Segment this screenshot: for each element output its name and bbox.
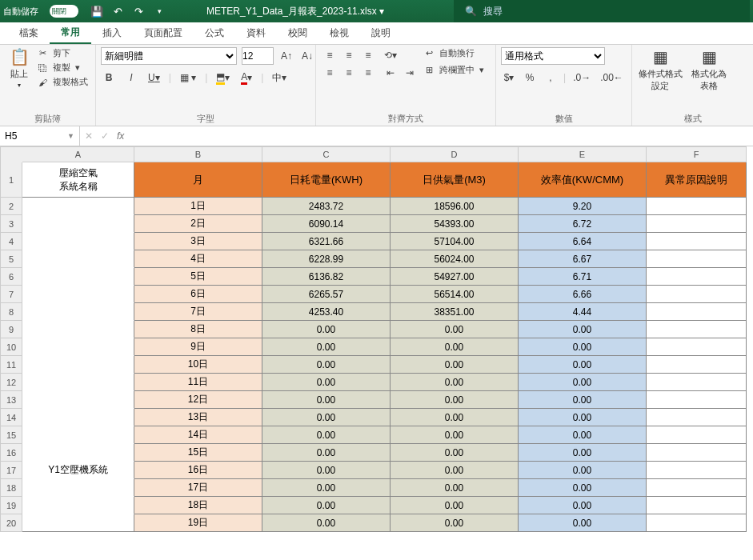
cell-A5[interactable]	[22, 250, 134, 268]
wrap-text-button[interactable]: ↩自動換行	[423, 47, 484, 59]
row-header-11[interactable]: 11	[0, 356, 22, 374]
row-header-9[interactable]: 9	[0, 321, 22, 338]
cell-A19[interactable]	[22, 497, 134, 514]
align-middle-icon[interactable]: ≡	[340, 47, 358, 63]
cell-C4[interactable]: 6321.66	[262, 233, 391, 250]
cell-F4[interactable]	[647, 233, 747, 250]
cell-A15[interactable]	[22, 426, 134, 444]
autosave-toggle[interactable]: 關閉	[50, 5, 78, 18]
cell-D2[interactable]: 18596.00	[391, 198, 519, 215]
cell-B6[interactable]: 5日	[134, 268, 262, 286]
cell-C9[interactable]: 0.00	[262, 321, 391, 338]
cell-A13[interactable]	[22, 391, 134, 409]
cell-C18[interactable]: 0.00	[262, 479, 391, 497]
fill-color-button[interactable]: ⬒ ▾	[214, 70, 232, 86]
cell-F8[interactable]	[647, 303, 747, 321]
inc-decimal-button[interactable]: .0→	[571, 70, 593, 86]
cell-A3[interactable]	[22, 215, 134, 233]
merge-button[interactable]: ⊞跨欄置中 ▾	[423, 64, 484, 76]
cell-F19[interactable]	[647, 497, 747, 514]
cell-B19[interactable]: 18日	[134, 497, 262, 514]
tab-formula[interactable]: 公式	[194, 22, 235, 44]
cell-D17[interactable]: 0.00	[391, 462, 519, 479]
cell-D19[interactable]: 0.00	[391, 497, 519, 514]
cell-C15[interactable]: 0.00	[262, 426, 391, 444]
undo-icon[interactable]: ↶	[110, 4, 125, 18]
cell-F6[interactable]	[647, 268, 747, 286]
cell-F10[interactable]	[647, 338, 747, 356]
cell-A18[interactable]	[22, 479, 134, 497]
cell-F5[interactable]	[647, 250, 747, 268]
cell-F18[interactable]	[647, 479, 747, 497]
header-cell-B[interactable]: 月	[134, 162, 262, 198]
dec-decimal-button[interactable]: .00←	[598, 70, 626, 86]
cell-F3[interactable]	[647, 215, 747, 233]
indent-dec-icon[interactable]: ⇤	[382, 65, 399, 81]
cancel-icon[interactable]: ✕	[85, 130, 93, 142]
search-box[interactable]: 🔍 搜尋	[454, 0, 750, 22]
cell-B13[interactable]: 12日	[134, 391, 262, 409]
cell-C16[interactable]: 0.00	[262, 444, 391, 462]
conditional-format-button[interactable]: ▦ 條件式格式設定	[637, 47, 683, 92]
select-all-corner[interactable]	[0, 146, 22, 162]
row-header-6[interactable]: 6	[0, 268, 22, 286]
cell-B11[interactable]: 10日	[134, 356, 262, 374]
row-header-16[interactable]: 16	[0, 444, 22, 462]
cell-B5[interactable]: 4日	[134, 250, 262, 268]
cell-C7[interactable]: 6265.57	[262, 286, 391, 303]
row-header-3[interactable]: 3	[0, 215, 22, 233]
format-painter-button[interactable]: 🖌複製格式	[37, 76, 88, 88]
cell-A7[interactable]	[22, 286, 134, 303]
cell-C3[interactable]: 6090.14	[262, 215, 391, 233]
tab-help[interactable]: 說明	[360, 22, 402, 44]
cell-B12[interactable]: 11日	[134, 374, 262, 391]
cell-C12[interactable]: 0.00	[262, 374, 391, 391]
cell-D5[interactable]: 56024.00	[391, 250, 519, 268]
row-header-4[interactable]: 4	[0, 233, 22, 250]
cell-F12[interactable]	[647, 374, 747, 391]
cell-E3[interactable]: 6.72	[519, 215, 647, 233]
cell-A2[interactable]	[22, 198, 134, 215]
cell-E6[interactable]: 6.71	[519, 268, 647, 286]
cell-D9[interactable]: 0.00	[391, 321, 519, 338]
cell-D14[interactable]: 0.00	[391, 409, 519, 426]
formula-input[interactable]	[132, 126, 748, 146]
align-right-icon[interactable]: ≡	[359, 65, 377, 81]
qat-dropdown-icon[interactable]: ▾	[152, 4, 166, 18]
cell-B9[interactable]: 8日	[134, 321, 262, 338]
cell-B16[interactable]: 15日	[134, 444, 262, 462]
paste-button[interactable]: 📋 貼上 ▾	[5, 47, 34, 89]
cell-C19[interactable]: 0.00	[262, 497, 391, 514]
cell-A14[interactable]	[22, 409, 134, 426]
cell-A16[interactable]	[22, 444, 134, 462]
row-header-14[interactable]: 14	[0, 409, 22, 426]
cell-F2[interactable]	[647, 198, 747, 215]
cell-E2[interactable]: 9.20	[519, 198, 647, 215]
tab-file[interactable]: 檔案	[8, 22, 50, 44]
cell-C5[interactable]: 6228.99	[262, 250, 391, 268]
header-cell-D[interactable]: 日供氣量(M3)	[391, 162, 519, 198]
tab-insert[interactable]: 插入	[91, 22, 133, 44]
cell-B3[interactable]: 2日	[134, 215, 262, 233]
cell-A8[interactable]	[22, 303, 134, 321]
cell-F13[interactable]	[647, 391, 747, 409]
cell-A20[interactable]	[22, 514, 134, 532]
tab-layout[interactable]: 頁面配置	[133, 22, 194, 44]
cell-A11[interactable]	[22, 356, 134, 374]
cell-C17[interactable]: 0.00	[262, 462, 391, 479]
align-center-icon[interactable]: ≡	[340, 65, 358, 81]
cell-E15[interactable]: 0.00	[519, 426, 647, 444]
decrease-font-icon[interactable]: A↓	[299, 48, 315, 64]
cell-B20[interactable]: 19日	[134, 514, 262, 532]
cell-E8[interactable]: 4.44	[519, 303, 647, 321]
cell-C13[interactable]: 0.00	[262, 391, 391, 409]
font-name-select[interactable]: 新細明體	[101, 47, 237, 65]
cell-C20[interactable]: 0.00	[262, 514, 391, 532]
cell-F17[interactable]	[647, 462, 747, 479]
col-header-A[interactable]: A	[22, 146, 134, 162]
cell-D4[interactable]: 57104.00	[391, 233, 519, 250]
cell-F14[interactable]	[647, 409, 747, 426]
col-header-C[interactable]: C	[262, 146, 391, 162]
cell-A12[interactable]	[22, 374, 134, 391]
cell-B7[interactable]: 6日	[134, 286, 262, 303]
